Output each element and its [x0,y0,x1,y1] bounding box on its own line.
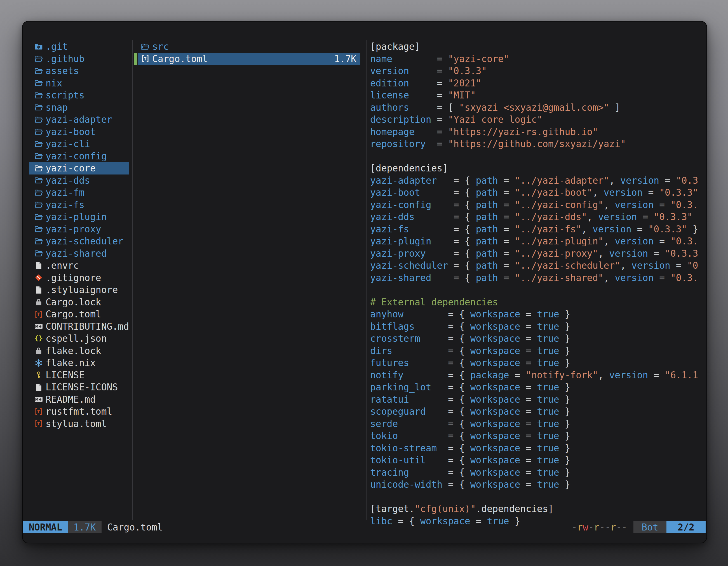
parent-pane-item[interactable]: yazi-config [29,150,129,163]
parent-pane-item[interactable]: snap [29,102,129,114]
parent-pane-item[interactable]: CONTRIBUTING.md [29,320,129,333]
toml-token: path [476,248,498,259]
toml-token: workspace [470,430,520,441]
preview-line: bitflags = { workspace = true } [370,320,703,333]
toml-token: tokio-stream [370,443,437,454]
toml-token: yazi-config [370,200,431,210]
item-label: yazi-config [46,151,107,162]
toml-token: version [615,200,654,210]
parent-pane-item[interactable]: yazi-shared [29,248,129,260]
parent-pane-item[interactable]: scripts [29,89,129,102]
parent-pane-item[interactable]: stylua.toml [29,418,129,430]
current-pane-item[interactable]: src [134,41,360,53]
parent-pane-item[interactable]: yazi-plugin [29,211,129,223]
parent-pane-item[interactable]: LICENSE-ICONS [29,381,129,393]
toml-token: = [498,236,515,247]
toml-token: true [537,406,559,417]
toml-token: futures [370,357,409,368]
item-label: stylua.toml [46,418,107,429]
parent-pane-item[interactable]: nix [29,77,129,90]
preview-line [370,284,703,296]
permission-segment: r [594,522,600,533]
toml-token: parking_lot [370,382,431,393]
parent-pane-item[interactable]: README.md [29,393,129,406]
toml-token: true [537,479,559,490]
current-pane-item[interactable]: Cargo.toml1.7K [134,53,360,65]
toml-token: workspace [470,418,520,429]
parent-pane-item[interactable]: .envrc [29,260,129,272]
toml-token: = { [392,345,470,356]
toml-token: "2021" [448,78,481,89]
preview-line [370,491,703,503]
folder-icon [34,128,43,136]
parent-pane-item[interactable]: rustfmt.toml [29,405,129,418]
toml-token: version [620,175,659,186]
toml-token: yazi-plugin [370,236,431,247]
lock-icon [34,298,43,306]
nix-icon [34,359,43,367]
parent-pane-item[interactable]: LICENSE [29,369,129,381]
toml-token: path [476,260,498,271]
parent-pane-item[interactable]: yazi-fm [29,187,129,199]
parent-pane-item[interactable]: yazi-fs [29,199,129,211]
toml-token: true [537,309,559,319]
toml-token: } [559,479,570,490]
toml-token: = [654,236,670,247]
toml-token: true [537,333,559,344]
parent-pane-item[interactable]: Cargo.toml [29,308,129,320]
toml-token: = [520,455,537,466]
parent-pane-item[interactable]: yazi-dds [29,175,129,187]
toml-token: , [598,248,609,259]
folder-icon [141,43,149,51]
mode-badge: NORMAL [23,521,68,533]
parent-pane-item[interactable]: yazi-core [29,162,129,175]
parent-pane-item[interactable]: .gitignore [29,272,129,284]
preview-line: unicode-width = { workspace = true } [370,478,703,491]
item-label: yazi-shared [46,248,107,259]
folder-icon [34,152,43,160]
parent-pane-item[interactable]: .github [29,53,129,65]
parent-pane-item[interactable]: Cargo.lock [29,296,129,308]
item-label: .github [46,53,84,64]
preview-line: futures = { workspace = true } [370,357,703,369]
parent-pane-item[interactable]: yazi-adapter [29,114,129,126]
toml-token: = [509,370,526,380]
parent-pane-item[interactable]: yazi-cli [29,138,129,150]
item-label: .gitignore [46,273,101,283]
parent-directory-pane: .git.githubassetsnixscriptssnapyazi-adap… [29,41,129,430]
toml-token: = { [426,248,476,259]
toml-token: = [409,65,448,76]
preview-line: yazi-shared = { path = "../yazi-shared",… [370,272,703,284]
folder-icon [34,67,43,75]
parent-pane-item[interactable]: yazi-scheduler [29,235,129,248]
parent-pane-item[interactable]: flake.nix [29,357,129,369]
git-folder-icon [34,43,43,51]
toml-token: path [476,175,498,186]
item-label: cspell.json [46,333,107,344]
toml-token: "../yazi-adapter" [515,175,609,186]
toml-token: homepage [370,126,415,137]
parent-pane-item[interactable]: flake.lock [29,345,129,357]
toml-token: , [603,236,615,247]
folder-icon [34,116,43,124]
toml-token: "https://github.com/sxyazi/yazi" [448,139,626,149]
item-label: .git [46,41,68,52]
preview-line: yazi-dds = { path = "../yazi-dds", versi… [370,211,703,223]
toml-token: , [603,200,615,210]
toml-token: = { [398,430,470,441]
toml-token: workspace [470,467,520,478]
parent-pane-item[interactable]: .git [29,41,129,53]
item-label: rustfmt.toml [46,406,112,417]
file-icon [34,286,43,294]
toml-token: workspace [470,479,520,490]
parent-pane-item[interactable]: cspell.json [29,332,129,345]
parent-pane-item[interactable]: assets [29,65,129,77]
toml-token: = [520,357,537,368]
item-label: nix [46,78,62,89]
preview-line: ratatui = { workspace = true } [370,393,703,406]
toml-token: = [654,200,670,210]
parent-pane-item[interactable]: yazi-proxy [29,223,129,236]
parent-pane-item[interactable]: .styluaignore [29,284,129,296]
toml-token: = [498,273,515,283]
parent-pane-item[interactable]: yazi-boot [29,126,129,138]
